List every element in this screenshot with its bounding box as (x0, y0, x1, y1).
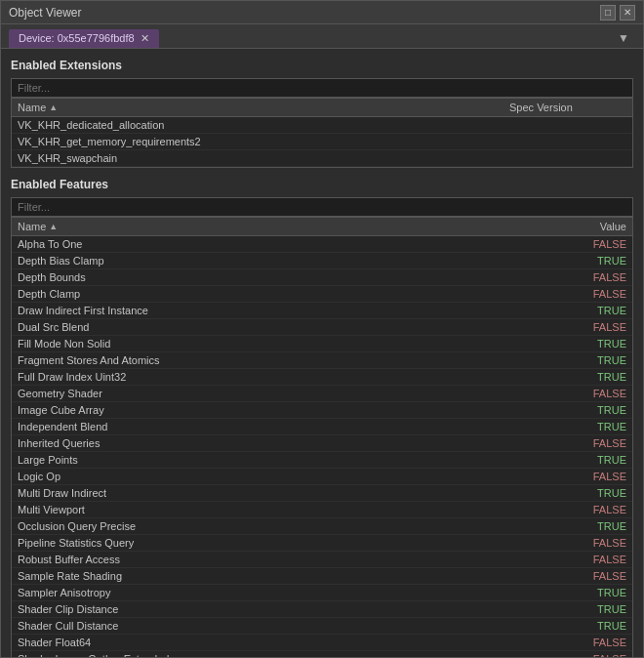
table-row[interactable]: Depth Bounds FALSE (12, 269, 632, 286)
feature-name-cell: Shader Image Gather Extended (18, 653, 529, 657)
table-row[interactable]: Fill Mode Non Solid TRUE (12, 336, 632, 352)
ext-name-cell: VK_KHR_dedicated_allocation (18, 119, 509, 131)
table-row[interactable]: Occlusion Query Precise TRUE (12, 518, 632, 535)
features-filter-input[interactable] (11, 197, 633, 217)
table-row[interactable]: Inherited Queries FALSE (12, 435, 632, 452)
close-button[interactable]: ✕ (620, 5, 635, 21)
feature-value-header: Value (529, 221, 626, 232)
table-row[interactable]: Depth Clamp FALSE (12, 286, 632, 303)
feature-value-cell: FALSE (529, 637, 626, 648)
feature-name-cell: Geometry Shader (18, 388, 529, 399)
tab-dropdown-icon[interactable]: ▼ (612, 28, 635, 48)
features-table-header: Name ▲ Value (12, 218, 632, 236)
extensions-filter-input[interactable] (11, 78, 633, 98)
extensions-table-header: Name ▲ Spec Version (12, 99, 632, 117)
table-row[interactable]: Large Points TRUE (12, 452, 632, 469)
feature-name-cell: Depth Clamp (18, 288, 529, 300)
feature-name-cell: Depth Bias Clamp (18, 255, 529, 267)
feature-name-cell: Depth Bounds (18, 271, 529, 283)
table-row[interactable]: Multi Draw Indirect TRUE (12, 485, 632, 502)
ext-spec-header: Spec Version (509, 102, 626, 113)
feature-name-cell: Inherited Queries (18, 437, 529, 449)
feature-name-cell: Fill Mode Non Solid (18, 338, 529, 350)
ext-spec-cell (509, 119, 626, 131)
features-table-body: Alpha To One FALSE Depth Bias Clamp TRUE… (12, 236, 632, 657)
table-row[interactable]: VK_KHR_dedicated_allocation (12, 117, 632, 134)
table-row[interactable]: Depth Bias Clamp TRUE (12, 253, 632, 269)
ext-spec-cell (509, 152, 626, 164)
feature-value-cell: TRUE (529, 520, 626, 532)
extensions-table-body: VK_KHR_dedicated_allocation VK_KHR_get_m… (12, 117, 632, 167)
feature-name-header: Name ▲ (18, 221, 529, 232)
feature-value-cell: FALSE (529, 504, 626, 515)
feature-value-cell: TRUE (529, 404, 626, 416)
device-tab[interactable]: Device: 0x55e7796fbdf8 ✕ (9, 29, 159, 48)
name-sort-icon[interactable]: ▲ (49, 103, 58, 112)
ext-name-cell: VK_KHR_swapchain (18, 152, 509, 164)
table-row[interactable]: Shader Cull Distance TRUE (12, 618, 632, 635)
feature-name-cell: Alpha To One (18, 238, 529, 250)
extensions-section: Enabled Extensions Name ▲ Spec Version V… (11, 59, 633, 168)
feature-value-cell: FALSE (529, 471, 626, 482)
table-row[interactable]: Shader Image Gather Extended FALSE (12, 651, 632, 657)
feature-value-cell: TRUE (529, 255, 626, 267)
feature-name-cell: Occlusion Query Precise (18, 520, 529, 532)
feature-name-cell: Full Draw Index Uint32 (18, 371, 529, 383)
feature-value-cell: TRUE (529, 421, 626, 432)
feature-value-cell: TRUE (529, 305, 626, 316)
table-row[interactable]: Fragment Stores And Atomics TRUE (12, 352, 632, 369)
feature-name-cell: Multi Viewport (18, 504, 529, 515)
feature-value-cell: TRUE (529, 620, 626, 632)
table-row[interactable]: Geometry Shader FALSE (12, 386, 632, 402)
table-row[interactable]: Sample Rate Shading FALSE (12, 568, 632, 585)
feature-name-cell: Shader Clip Distance (18, 603, 529, 615)
table-row[interactable]: Sampler Anisotropy TRUE (12, 585, 632, 601)
feature-value-cell: TRUE (529, 371, 626, 383)
table-row[interactable]: Robust Buffer Access FALSE (12, 552, 632, 568)
table-row[interactable]: Dual Src Blend FALSE (12, 319, 632, 336)
restore-button[interactable]: □ (600, 5, 616, 21)
feature-value-cell: FALSE (529, 321, 626, 333)
table-row[interactable]: Image Cube Array TRUE (12, 402, 632, 419)
feature-name-cell: Sample Rate Shading (18, 570, 529, 582)
table-row[interactable]: VK_KHR_swapchain (12, 150, 632, 167)
feature-value-cell: FALSE (529, 238, 626, 250)
tab-close-icon[interactable]: ✕ (141, 32, 149, 45)
features-title: Enabled Features (11, 178, 633, 191)
feature-value-cell: FALSE (529, 437, 626, 449)
feature-name-cell: Large Points (18, 454, 529, 466)
feature-name-cell: Sampler Anisotropy (18, 587, 529, 598)
feature-value-cell: TRUE (529, 603, 626, 615)
feature-name-cell: Draw Indirect First Instance (18, 305, 529, 316)
table-row[interactable]: Shader Clip Distance TRUE (12, 601, 632, 618)
features-section: Enabled Features Name ▲ Value Alpha To O… (11, 178, 633, 657)
ext-name-header: Name ▲ (18, 102, 509, 113)
feature-name-cell: Fragment Stores And Atomics (18, 354, 529, 366)
feature-value-cell: FALSE (529, 271, 626, 283)
feature-value-cell: TRUE (529, 454, 626, 466)
table-row[interactable]: Draw Indirect First Instance TRUE (12, 303, 632, 319)
table-row[interactable]: Alpha To One FALSE (12, 236, 632, 253)
feature-name-cell: Pipeline Statistics Query (18, 537, 529, 549)
feature-name-cell: Independent Blend (18, 421, 529, 432)
feature-name-cell: Shader Cull Distance (18, 620, 529, 632)
main-content: Enabled Extensions Name ▲ Spec Version V… (1, 49, 643, 657)
table-row[interactable]: VK_KHR_get_memory_requirements2 (12, 134, 632, 150)
table-row[interactable]: Independent Blend TRUE (12, 419, 632, 435)
table-row[interactable]: Shader Float64 FALSE (12, 635, 632, 651)
feature-name-sort-icon[interactable]: ▲ (49, 222, 58, 231)
table-row[interactable]: Full Draw Index Uint32 TRUE (12, 369, 632, 386)
ext-spec-cell (509, 136, 626, 147)
feature-name-cell: Dual Src Blend (18, 321, 529, 333)
feature-value-cell: TRUE (529, 587, 626, 598)
object-viewer-window: Object Viewer □ ✕ Device: 0x55e7796fbdf8… (0, 0, 644, 658)
table-row[interactable]: Logic Op FALSE (12, 469, 632, 485)
table-row[interactable]: Multi Viewport FALSE (12, 502, 632, 518)
feature-name-cell: Robust Buffer Access (18, 554, 529, 565)
feature-value-cell: FALSE (529, 653, 626, 657)
title-bar-buttons: □ ✕ (600, 5, 635, 21)
title-bar: Object Viewer □ ✕ (1, 1, 643, 24)
table-row[interactable]: Pipeline Statistics Query FALSE (12, 535, 632, 552)
window-title: Object Viewer (9, 6, 81, 20)
feature-value-cell: TRUE (529, 338, 626, 350)
